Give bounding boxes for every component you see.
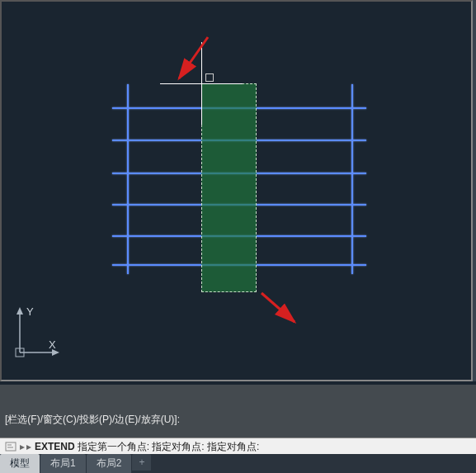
tab-layout1[interactable]: 布局1: [40, 454, 86, 473]
annotation-arrow-icon: [163, 33, 212, 91]
command-history[interactable]: [栏选(F)/窗交(C)/投影(P)/边(E)/放弃(U)]: 路径不与边界边相…: [0, 385, 476, 438]
command-line-icon: [5, 442, 16, 452]
svg-rect-7: [6, 442, 16, 451]
command-chevron-icon: ▸: [20, 440, 25, 453]
active-command: EXTEND: [35, 440, 75, 453]
ucs-x-label: X: [49, 338, 56, 351]
command-chevron-icon: ▸: [26, 440, 31, 453]
ucs-icon: Y X: [12, 303, 61, 363]
drawing-vline[interactable]: [127, 84, 129, 274]
command-prompt: 指定第一个角点: 指定对角点: 指定对角点:: [78, 440, 260, 453]
drawing-canvas[interactable]: Y X: [0, 0, 473, 381]
history-line: [栏选(F)/窗交(C)/投影(P)/边(E)/放弃(U)]:: [5, 413, 471, 426]
tab-layout2[interactable]: 布局2: [87, 454, 132, 473]
ucs-y-label: Y: [26, 305, 34, 318]
layout-tabs: 模型 布局1 布局2 +: [0, 454, 476, 473]
tab-add[interactable]: +: [132, 454, 151, 471]
svg-line-1: [262, 293, 295, 322]
command-line[interactable]: ▸ ▸ EXTEND 指定第一个角点: 指定对角点: 指定对角点:: [0, 438, 476, 454]
svg-line-0: [179, 37, 208, 78]
svg-marker-4: [16, 307, 23, 315]
tab-model[interactable]: 模型: [0, 454, 40, 473]
selection-window: [201, 83, 257, 292]
annotation-arrow-icon: [257, 289, 307, 338]
vertical-scrollbar[interactable]: [473, 0, 476, 381]
drawing-vline[interactable]: [351, 84, 353, 274]
